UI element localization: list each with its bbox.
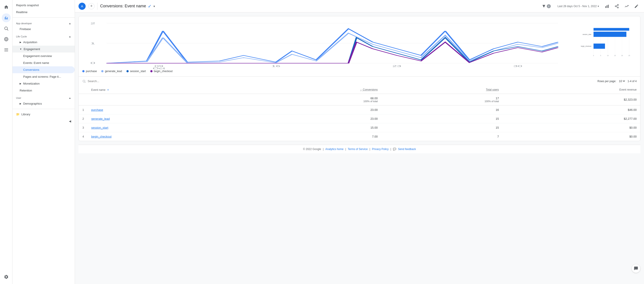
rank-cell-2: 2: [79, 114, 88, 123]
target-nav-icon[interactable]: [2, 35, 11, 44]
home-nav-icon[interactable]: [2, 3, 11, 11]
col-header-conversions[interactable]: ↓ Conversions: [242, 86, 381, 94]
copyright-text: © 2022 Google: [303, 147, 321, 151]
sidebar-item-realtime[interactable]: Realtime: [12, 9, 75, 15]
svg-point-12: [615, 5, 616, 7]
chart-area: 2 1 0 09 Oct 16 23 30: [79, 16, 640, 68]
table-toolbar: Rows per page: 10 25 50 1-4 of 4: [79, 76, 640, 86]
legend-dot-session-start: [126, 70, 129, 72]
sidebar-item-pages-screens[interactable]: Pages and screens: Page ti...: [12, 73, 75, 80]
left-nav: [0, 0, 12, 284]
sidebar: Reports snapshot Realtime App developer …: [12, 0, 75, 284]
sidebar-item-monetization[interactable]: ▶ Monetization: [12, 80, 75, 87]
share-icon-button[interactable]: [613, 2, 621, 10]
svg-text:1: 1: [90, 42, 95, 45]
users-cell-4: 7: [381, 132, 502, 141]
conversions-cell-4: 7.00: [242, 132, 381, 141]
add-comparison-button[interactable]: +: [88, 3, 94, 9]
reports-snapshot-label: Reports snapshot: [16, 3, 39, 7]
feedback-button[interactable]: [632, 264, 640, 273]
search-input[interactable]: [88, 79, 132, 83]
conversions-cell-3: 15.00: [242, 123, 381, 132]
col-header-event-name[interactable]: Event name +: [88, 86, 242, 94]
bar-chart-icon-button[interactable]: [603, 2, 611, 10]
sidebar-item-retention[interactable]: Retention: [12, 87, 75, 94]
pages-screens-label: Pages and screens: Page ti...: [23, 75, 61, 78]
main-content: A + Conversions: Event name ✓ ▾ i Last 2…: [75, 0, 644, 284]
monetization-label: Monetization: [23, 82, 40, 85]
date-range-picker[interactable]: Last 28 days Oct 5 - Nov 1, 2022 ▾: [555, 3, 601, 9]
users-cell-3: 15: [381, 123, 502, 132]
totals-row: 68.00 100% of total 17 100% of total $2,…: [79, 94, 640, 106]
rows-per-page-select[interactable]: 10 25 50: [618, 79, 626, 83]
event-name-cell-4[interactable]: begin_checkout: [88, 132, 242, 141]
send-feedback-link[interactable]: Send feedback: [398, 147, 416, 151]
search-nav-icon[interactable]: [2, 24, 11, 33]
svg-rect-10: [608, 5, 608, 8]
col-header-rank: [79, 86, 88, 94]
library-label: Library: [22, 113, 30, 116]
trend-icon-button[interactable]: [622, 2, 630, 10]
arrow-right-icon: ▶: [20, 41, 22, 43]
svg-line-1: [7, 29, 8, 30]
legend-dot-purchase: [82, 70, 84, 72]
sidebar-section-app-developer[interactable]: App developer ▲: [12, 19, 75, 26]
sidebar-item-demographics[interactable]: ▶ Demographics: [12, 100, 75, 107]
svg-text:25: 25: [628, 55, 630, 56]
legend-purchase: purchase: [82, 70, 97, 73]
event-name-cell-2[interactable]: generate_lead: [88, 114, 242, 123]
rank-cell-3: 3: [79, 123, 88, 132]
sidebar-item-events-event-name[interactable]: Events: Event name: [12, 59, 75, 66]
user-title: User: [16, 97, 21, 99]
analytics-nav-icon[interactable]: [2, 13, 11, 22]
edit-icon-button[interactable]: [632, 2, 640, 10]
terms-of-service-link[interactable]: Terms of Service: [348, 147, 368, 151]
sidebar-item-reports-snapshot[interactable]: Reports snapshot: [12, 2, 75, 9]
sidebar-item-engagement-overview[interactable]: Engagement overview: [12, 52, 75, 59]
svg-text:15: 15: [614, 55, 616, 56]
rank-cell-4: 4: [79, 132, 88, 141]
sidebar-section-user[interactable]: User ▲: [12, 94, 75, 100]
svg-point-13: [618, 7, 618, 8]
sidebar-section-lifecycle[interactable]: Life Cycle ▲: [12, 32, 75, 39]
sidebar-item-library[interactable]: 📁 Library: [12, 111, 75, 118]
svg-text:session_start: session_start: [582, 34, 591, 35]
filter-button[interactable]: i: [540, 3, 552, 9]
svg-rect-40: [594, 44, 605, 49]
svg-text:Oct: Oct: [152, 67, 165, 70]
topbar: A + Conversions: Event name ✓ ▾ i Last 2…: [75, 0, 644, 12]
collapse-sidebar-icon[interactable]: ◀: [69, 120, 71, 123]
totals-conversions-value: 68.00: [246, 97, 378, 100]
sidebar-item-engagement[interactable]: ▼ Engagement: [12, 46, 75, 52]
svg-text:20: 20: [621, 55, 623, 56]
topbar-divider: [97, 3, 98, 10]
totals-rank-cell: [79, 94, 88, 106]
dropdown-toggle-icon[interactable]: ▾: [154, 4, 155, 8]
svg-rect-9: [606, 5, 607, 8]
acquisition-label: Acquisition: [23, 40, 37, 44]
totals-users-pct: 100% of total: [385, 100, 499, 103]
event-name-cell-1[interactable]: purchase: [88, 106, 242, 114]
content-area: 2 1 0 09 Oct 16 23 30: [75, 12, 644, 284]
legend-dot-generate-lead: [101, 70, 104, 72]
sidebar-item-acquisition[interactable]: ▶ Acquisition: [12, 39, 75, 46]
report-nav-icon[interactable]: [2, 45, 11, 54]
filter-count-badge: i: [547, 4, 551, 8]
filter-icon: [542, 4, 546, 8]
sidebar-item-firebase[interactable]: Firebase: [12, 26, 75, 32]
event-name-cell-3[interactable]: session_start: [88, 123, 242, 132]
settings-nav-icon[interactable]: [2, 273, 11, 281]
analytics-home-link[interactable]: Analytics home: [325, 147, 344, 151]
table-row: 1 purchase 23.00 16 $46.00: [79, 106, 640, 114]
col-header-total-users: Total users: [381, 86, 502, 94]
retention-label: Retention: [20, 89, 32, 92]
svg-text:16: 16: [272, 65, 280, 67]
add-column-button[interactable]: +: [107, 88, 109, 92]
avatar[interactable]: A: [78, 3, 86, 10]
svg-text:2: 2: [90, 22, 95, 25]
legend-begin-checkout: begin_checkout: [150, 70, 172, 73]
table-row: 2 generate_lead 23.00 15 $2,277.00: [79, 114, 640, 123]
engagement-overview-label: Engagement overview: [23, 54, 52, 58]
privacy-policy-link[interactable]: Privacy Policy: [372, 147, 389, 151]
sidebar-item-conversions[interactable]: Conversions: [12, 66, 75, 73]
